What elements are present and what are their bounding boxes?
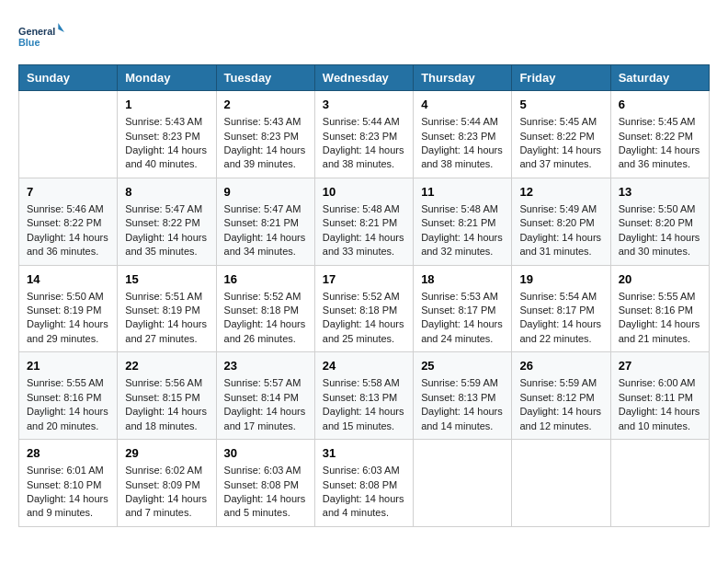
calendar-cell: 16Sunrise: 5:52 AMSunset: 8:18 PMDayligh… bbox=[216, 265, 314, 352]
day-info: Sunrise: 5:50 AM bbox=[27, 290, 109, 304]
calendar-cell bbox=[512, 440, 610, 527]
day-info: Daylight: 14 hours bbox=[125, 231, 208, 245]
day-number: 29 bbox=[125, 445, 208, 462]
day-info: Sunrise: 5:55 AM bbox=[27, 376, 109, 390]
day-info: and 18 minutes. bbox=[125, 419, 208, 433]
day-info: Sunrise: 5:48 AM bbox=[323, 202, 405, 216]
day-info: Sunset: 8:22 PM bbox=[519, 130, 602, 144]
day-info: and 10 minutes. bbox=[619, 419, 701, 433]
day-info: Sunrise: 6:03 AM bbox=[323, 464, 405, 477]
day-info: and 36 minutes. bbox=[27, 245, 109, 259]
calendar-cell bbox=[610, 440, 709, 527]
day-number: 2 bbox=[224, 97, 307, 113]
day-info: Sunrise: 5:52 AM bbox=[323, 290, 405, 304]
day-info: and 7 minutes. bbox=[125, 506, 208, 520]
day-info: Sunrise: 6:01 AM bbox=[27, 464, 109, 477]
day-info: Sunset: 8:17 PM bbox=[421, 304, 504, 317]
day-info: Sunrise: 5:47 AM bbox=[125, 202, 208, 216]
day-header-tuesday: Tuesday bbox=[216, 65, 314, 91]
calendar-header-row: SundayMondayTuesdayWednesdayThursdayFrid… bbox=[19, 65, 710, 91]
day-header-wednesday: Wednesday bbox=[314, 65, 413, 91]
day-info: Sunset: 8:10 PM bbox=[27, 478, 109, 492]
day-info: Daylight: 14 hours bbox=[224, 231, 307, 245]
day-info: Sunset: 8:21 PM bbox=[323, 216, 405, 230]
day-info: and 35 minutes. bbox=[125, 245, 208, 259]
day-info: and 40 minutes. bbox=[125, 157, 208, 171]
day-info: Daylight: 14 hours bbox=[519, 231, 602, 245]
day-number: 12 bbox=[519, 184, 602, 201]
calendar-cell: 20Sunrise: 5:55 AMSunset: 8:16 PMDayligh… bbox=[610, 265, 709, 352]
day-number: 11 bbox=[421, 184, 504, 201]
day-info: Daylight: 14 hours bbox=[619, 317, 701, 331]
day-info: and 22 minutes. bbox=[519, 332, 602, 346]
week-row-1: 1Sunrise: 5:43 AMSunset: 8:23 PMDaylight… bbox=[19, 91, 710, 178]
day-number: 28 bbox=[27, 445, 109, 462]
logo: General Blue bbox=[18, 18, 64, 55]
calendar-cell: 3Sunrise: 5:44 AMSunset: 8:23 PMDaylight… bbox=[314, 91, 413, 178]
day-info: Sunset: 8:16 PM bbox=[27, 391, 109, 405]
day-number: 15 bbox=[125, 271, 208, 288]
day-number: 13 bbox=[619, 184, 701, 201]
day-info: and 27 minutes. bbox=[125, 332, 208, 346]
day-info: Sunset: 8:17 PM bbox=[519, 304, 602, 317]
day-info: Daylight: 14 hours bbox=[421, 144, 504, 157]
day-number: 27 bbox=[619, 358, 701, 374]
day-info: and 32 minutes. bbox=[421, 245, 504, 259]
day-info: Sunrise: 5:59 AM bbox=[519, 376, 602, 390]
day-number: 14 bbox=[27, 271, 109, 288]
day-info: Sunrise: 5:52 AM bbox=[224, 290, 307, 304]
day-info: Daylight: 14 hours bbox=[519, 144, 602, 157]
day-info: Daylight: 14 hours bbox=[125, 492, 208, 506]
day-info: Sunset: 8:09 PM bbox=[125, 478, 208, 492]
day-info: Sunrise: 5:50 AM bbox=[619, 202, 701, 216]
day-info: Daylight: 14 hours bbox=[519, 317, 602, 331]
day-info: Sunrise: 5:51 AM bbox=[125, 290, 208, 304]
day-number: 22 bbox=[125, 358, 208, 374]
day-info: and 39 minutes. bbox=[224, 157, 307, 171]
day-info: and 33 minutes. bbox=[323, 245, 405, 259]
day-info: Sunrise: 5:53 AM bbox=[421, 290, 504, 304]
calendar-cell: 10Sunrise: 5:48 AMSunset: 8:21 PMDayligh… bbox=[314, 178, 413, 265]
day-info: Daylight: 14 hours bbox=[125, 317, 208, 331]
day-info: Sunset: 8:12 PM bbox=[519, 391, 602, 405]
day-info: and 29 minutes. bbox=[27, 332, 109, 346]
day-info: Daylight: 14 hours bbox=[125, 144, 208, 157]
day-number: 8 bbox=[125, 184, 208, 201]
day-info: Sunset: 8:23 PM bbox=[421, 130, 504, 144]
calendar-cell: 24Sunrise: 5:58 AMSunset: 8:13 PMDayligh… bbox=[314, 352, 413, 440]
day-info: and 30 minutes. bbox=[619, 245, 701, 259]
calendar-table: SundayMondayTuesdayWednesdayThursdayFrid… bbox=[18, 64, 710, 527]
day-info: Sunrise: 5:44 AM bbox=[421, 115, 504, 129]
day-info: and 34 minutes. bbox=[224, 245, 307, 259]
day-info: and 5 minutes. bbox=[224, 506, 307, 520]
week-row-2: 7Sunrise: 5:46 AMSunset: 8:22 PMDaylight… bbox=[19, 178, 710, 265]
day-info: and 15 minutes. bbox=[323, 419, 405, 433]
calendar-cell: 14Sunrise: 5:50 AMSunset: 8:19 PMDayligh… bbox=[19, 265, 118, 352]
day-info: Sunset: 8:14 PM bbox=[224, 391, 307, 405]
calendar-cell: 17Sunrise: 5:52 AMSunset: 8:18 PMDayligh… bbox=[314, 265, 413, 352]
day-info: Daylight: 14 hours bbox=[27, 317, 109, 331]
calendar-cell: 5Sunrise: 5:45 AMSunset: 8:22 PMDaylight… bbox=[512, 91, 610, 178]
day-info: Daylight: 14 hours bbox=[619, 405, 701, 419]
day-info: Sunset: 8:16 PM bbox=[619, 304, 701, 317]
day-number: 31 bbox=[323, 445, 405, 462]
day-info: and 4 minutes. bbox=[323, 506, 405, 520]
calendar-cell: 6Sunrise: 5:45 AMSunset: 8:22 PMDaylight… bbox=[610, 91, 709, 178]
calendar-cell: 8Sunrise: 5:47 AMSunset: 8:22 PMDaylight… bbox=[118, 178, 216, 265]
day-info: Daylight: 14 hours bbox=[421, 231, 504, 245]
day-info: Daylight: 14 hours bbox=[27, 231, 109, 245]
day-info: and 38 minutes. bbox=[323, 157, 405, 171]
day-info: Daylight: 14 hours bbox=[323, 405, 405, 419]
day-info: Sunrise: 6:03 AM bbox=[224, 464, 307, 477]
week-row-4: 21Sunrise: 5:55 AMSunset: 8:16 PMDayligh… bbox=[19, 352, 710, 440]
day-info: Daylight: 14 hours bbox=[224, 317, 307, 331]
day-info: Sunset: 8:18 PM bbox=[224, 304, 307, 317]
day-info: and 31 minutes. bbox=[519, 245, 602, 259]
day-info: Sunrise: 5:45 AM bbox=[619, 115, 701, 129]
day-info: Sunrise: 5:57 AM bbox=[224, 376, 307, 390]
day-number: 7 bbox=[27, 184, 109, 201]
day-info: and 24 minutes. bbox=[421, 332, 504, 346]
calendar-cell: 11Sunrise: 5:48 AMSunset: 8:21 PMDayligh… bbox=[414, 178, 512, 265]
day-info: Sunset: 8:23 PM bbox=[224, 130, 307, 144]
day-info: Sunrise: 5:47 AM bbox=[224, 202, 307, 216]
